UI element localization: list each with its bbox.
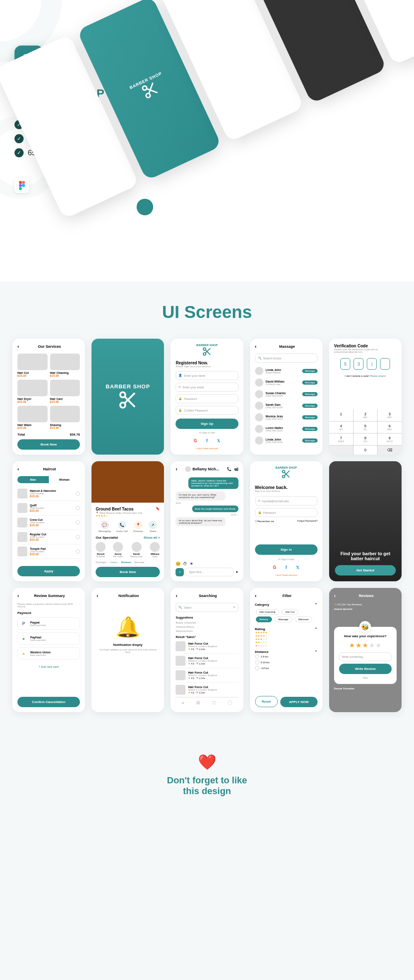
otp-input[interactable]: 3	[354, 358, 363, 370]
suggestion[interactable]: Addictive Beauty	[176, 625, 238, 629]
payment-option[interactable]: ●Western UnionEasy payment	[17, 647, 80, 660]
nav-bag-icon[interactable]: ◫	[212, 700, 216, 705]
tab-reviews[interactable]: Reviews	[121, 561, 131, 563]
keypad-key[interactable]: 5JKL	[354, 421, 378, 433]
radio[interactable]	[76, 491, 80, 496]
rating-filter[interactable]: ★★☆☆☆	[255, 641, 318, 644]
chip-makeup[interactable]: Makeup	[256, 616, 272, 622]
add-card-link[interactable]: + Add new card	[17, 665, 80, 668]
nav-home-icon[interactable]: ⌂	[182, 700, 184, 705]
keypad-backspace[interactable]: ⌫	[378, 445, 402, 455]
distance-option[interactable]: 1-5 km	[255, 654, 318, 660]
keypad-key[interactable]: 0	[354, 445, 378, 455]
chip-manicure[interactable]: Manicure	[295, 616, 313, 622]
chip-hair-cut[interactable]: Hair Cut	[282, 609, 298, 615]
attach-button[interactable]: +	[176, 568, 184, 576]
facebook-icon[interactable]: f	[204, 437, 210, 444]
message-button[interactable]: Message	[302, 415, 317, 419]
search-result[interactable]: Hair Force CutStreet 5, London, England★…	[176, 668, 238, 683]
tab-woman[interactable]: Woman	[49, 476, 80, 483]
distance-option[interactable]: >10 km	[255, 665, 318, 671]
password-input[interactable]: 🔒Password	[176, 394, 238, 403]
keypad-key[interactable]: 2ABC	[354, 409, 378, 421]
keypad-key[interactable]: 6MNO	[378, 421, 402, 433]
chevron-up-icon[interactable]: ⌃	[315, 603, 318, 607]
chip-hair-colouring[interactable]: Hair Colouring	[256, 609, 279, 615]
password-input[interactable]: 🔒Password	[255, 508, 318, 517]
service-card[interactable]: Hair Wash$15.30	[17, 406, 48, 429]
tab-man[interactable]: Man	[17, 476, 49, 483]
nav-calendar-icon[interactable]: ▦	[196, 700, 200, 705]
specialist[interactable]: StruckSr Barber	[96, 542, 106, 558]
chevron-up-icon[interactable]: ⌃	[315, 650, 318, 654]
bookmark-icon[interactable]: 🔖	[156, 507, 160, 511]
back-icon[interactable]: ‹	[176, 593, 177, 599]
keypad-key[interactable]: 7PQRS	[329, 433, 353, 445]
keypad-key[interactable]	[329, 445, 353, 455]
search-input[interactable]: 🔍Salon✕	[176, 603, 238, 612]
twitter-icon[interactable]: 𝕏	[294, 564, 301, 571]
message-button[interactable]: Message	[302, 392, 317, 396]
specialist[interactable]: JennyHair Stylist	[113, 542, 123, 558]
get-started-button[interactable]: Get Started	[335, 565, 396, 575]
email-input[interactable]: ✉mymail@domain.abc	[255, 496, 318, 506]
confirm-cancellation-button[interactable]: Confirm Cancellation	[17, 697, 80, 707]
search-result[interactable]: Hair Force CutStreet 5, London, England★…	[176, 683, 238, 697]
message-button[interactable]: Message	[302, 380, 317, 385]
chevron-up-icon[interactable]: ⌃	[315, 627, 318, 631]
rating-filter[interactable]: ★★★☆☆	[255, 638, 318, 641]
list-item[interactable]: Quiff1002 booked$15.30	[17, 501, 80, 515]
message-row[interactable]: David WilliamI'm Early nowMessage	[255, 377, 318, 388]
facebook-icon[interactable]: f	[283, 564, 289, 571]
chip-massage[interactable]: Massage	[274, 616, 292, 622]
tab-gallery[interactable]: Gallery	[110, 561, 118, 563]
signin-button[interactable]: Sign in	[255, 544, 318, 555]
suggestion[interactable]: Metamorphosis	[176, 629, 238, 633]
message-button[interactable]: Message	[302, 404, 317, 408]
clear-icon[interactable]: ✕	[233, 606, 236, 609]
no-account-link[interactable]: I don't have account	[255, 574, 318, 576]
search-result[interactable]: Hair Force CutStreet 5, London, England★…	[176, 639, 238, 654]
payment-option[interactable]: ●PayFastEasy payment	[17, 632, 80, 645]
emoji-icon[interactable]: 😊	[176, 561, 181, 566]
tab-message[interactable]: Message	[135, 561, 144, 563]
message-button[interactable]: Message	[302, 438, 317, 443]
book-now-button[interactable]: Book Now	[96, 567, 160, 577]
back-icon[interactable]: ‹	[17, 466, 19, 472]
signup-button[interactable]: Sign Up	[176, 419, 238, 429]
send-icon[interactable]: ➤	[236, 570, 238, 574]
service-card[interactable]: Hair Care$15.30	[50, 380, 80, 403]
otp-input[interactable]: 5	[340, 358, 350, 370]
video-icon[interactable]: 📹	[234, 467, 238, 471]
back-icon[interactable]: ‹	[17, 344, 19, 349]
keypad-key[interactable]: 9WXYZ	[378, 433, 402, 445]
suggestion[interactable]: Beauty Unleashed	[176, 621, 238, 625]
twitter-icon[interactable]: 𝕏	[215, 437, 222, 444]
list-item[interactable]: Crew Cut1002 booked$15.30	[17, 515, 80, 530]
google-icon[interactable]: G	[271, 564, 278, 571]
rating-filter[interactable]: ★★★★★	[255, 631, 318, 634]
email-input[interactable]: ✉Enter your email	[176, 383, 238, 392]
chat-input[interactable]: Type here...	[185, 568, 233, 576]
specialist[interactable]: MilkaraStylist	[150, 542, 160, 558]
message-row[interactable]: Loren Hailev(342) 555-0124Message	[255, 423, 318, 435]
otp-input[interactable]	[380, 358, 390, 370]
audio-call-action[interactable]: 📞Audio Call	[116, 521, 128, 532]
radio[interactable]	[76, 520, 80, 525]
list-item[interactable]: Haircut & Haircolor1002 booked$15.30	[17, 486, 80, 501]
skip-link[interactable]: Skip	[339, 677, 392, 679]
keypad-key[interactable]: 8TUV	[354, 433, 378, 445]
rating-input[interactable]: ★★★★★	[339, 641, 392, 649]
resend-link[interactable]: Please resend	[370, 375, 385, 377]
remember-checkbox[interactable]: ☐ Remember me	[255, 520, 274, 523]
keypad-key[interactable]: 4GHI	[329, 421, 353, 433]
back-icon[interactable]: ‹	[17, 593, 19, 599]
clock-icon[interactable]: ⏱	[183, 561, 187, 566]
list-item[interactable]: Temple Fad1002 booked$15.30	[17, 544, 80, 559]
nav-profile-icon[interactable]: ◯	[228, 700, 232, 705]
show-all-link[interactable]: Show all >	[144, 536, 160, 539]
forgot-password-link[interactable]: Forgot Password?	[297, 520, 318, 523]
service-card[interactable]: Hair Cleaning$15.30	[50, 354, 80, 377]
message-button[interactable]: Message	[302, 427, 317, 431]
message-row[interactable]: Susan Charles(342) 555-0124Message	[255, 388, 318, 400]
